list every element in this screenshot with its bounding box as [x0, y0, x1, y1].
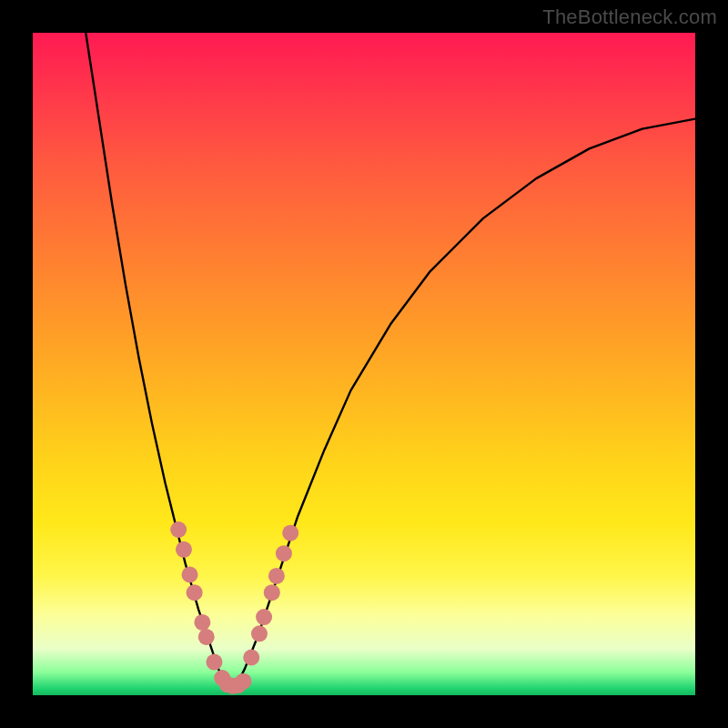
data-dot	[282, 525, 298, 541]
curve-layer	[33, 33, 695, 695]
data-dot	[251, 625, 268, 642]
data-dot	[268, 568, 285, 584]
data-dot	[206, 654, 222, 671]
data-dot	[187, 584, 203, 601]
data-dots	[170, 521, 298, 694]
data-dot	[176, 541, 192, 558]
plot-area	[33, 33, 695, 695]
watermark-text: TheBottleneck.com	[542, 5, 717, 29]
data-dot	[182, 567, 198, 583]
data-dot	[264, 584, 280, 601]
data-dot	[194, 614, 210, 631]
data-dot	[276, 545, 292, 561]
right-curve	[238, 119, 695, 682]
data-dot	[236, 673, 252, 690]
data-dot	[170, 521, 187, 538]
chart-container: TheBottleneck.com	[0, 0, 728, 728]
data-dot	[256, 609, 272, 625]
left-curve	[86, 33, 225, 682]
data-dot	[198, 629, 215, 645]
data-dot	[243, 650, 259, 666]
